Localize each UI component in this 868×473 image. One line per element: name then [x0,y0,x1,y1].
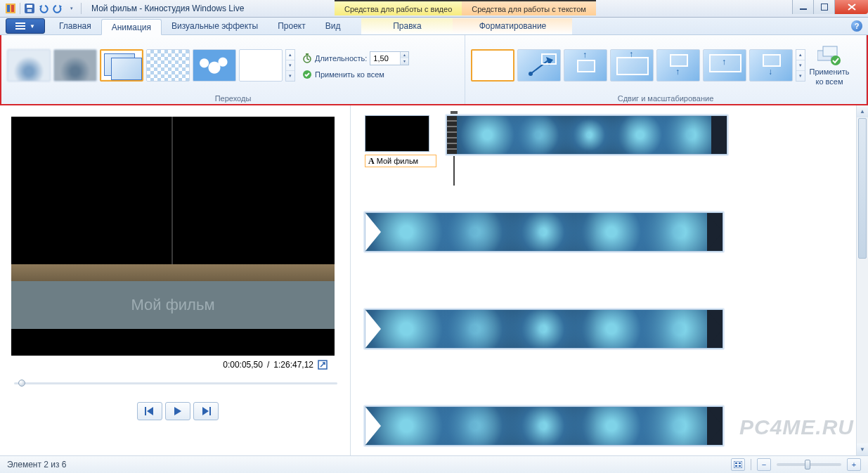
timeline-pane: AМой фильм ▲▼ [350,105,868,455]
apply-all-panzoom-l2: ко всем [815,77,843,86]
playback-controls [11,402,344,420]
quick-access-toolbar: ▾ [0,2,87,15]
vertical-scrollbar[interactable]: ▲▼ [856,105,868,455]
svg-rect-20 [735,462,737,464]
panzoom-thumb-none[interactable] [471,49,514,82]
panzoom-thumb-7[interactable]: ↓ [749,49,793,82]
tab-home[interactable]: Главная [49,18,101,34]
panzoom-thumb-5[interactable]: ↑ [656,49,700,82]
clip-title-black[interactable] [365,115,429,152]
svg-rect-2 [11,5,14,12]
context-tab-text[interactable]: Средства для работы с текстом [462,0,596,15]
app-icon [4,2,17,15]
clip-row-4[interactable] [365,406,723,446]
svg-rect-18 [209,407,211,415]
undo-icon[interactable] [37,2,50,15]
svg-point-15 [831,56,841,65]
current-time: 0:00:05,50 [223,360,263,370]
panzoom-thumb-3[interactable]: ↑ [564,49,607,82]
tab-visual-effects[interactable]: Визуальные эффекты [162,18,268,34]
apply-all-panzoom-l1: Применить [810,67,850,76]
context-tab-video[interactable]: Средства для работы с видео [335,0,462,15]
play-button[interactable] [165,402,190,420]
tab-format[interactable]: Форматирование [453,18,572,34]
apply-all-panzoom-button[interactable]: Применить ко всем [810,45,849,86]
zoom-in-button[interactable]: + [847,458,861,471]
timeline-content[interactable]: AМой фильм [365,115,854,446]
tab-edit[interactable]: Правка [361,18,453,34]
svg-rect-5 [27,9,32,12]
apply-all-label: Применить ко всем [315,70,384,79]
svg-rect-6 [800,8,807,10]
group-transitions-label: Переходы [7,93,459,103]
svg-rect-1 [7,5,10,12]
panzoom-gallery-more[interactable]: ▴▾▾ [796,49,805,82]
group-panzoom: ↑ ↑ ↑ ↑ ↓ ▴▾▾ Применить ко всем Сдвиг и … [465,35,867,104]
zoom-slider[interactable] [777,463,841,466]
clip-row-1[interactable] [446,115,727,155]
close-button[interactable] [834,0,868,14]
svg-rect-21 [739,462,741,464]
ribbon-tabstrip: ▼ Главная Анимация Визуальные эффекты Пр… [0,18,868,35]
duration-spinner[interactable]: ▴▾ [400,52,408,65]
apply-all-icon [302,70,312,79]
file-menu-button[interactable]: ▼ [6,18,45,34]
svg-rect-19 [734,461,742,468]
clip-row-3[interactable] [365,309,723,349]
transition-options: Длительность: ▴▾ Применить ко всем [299,51,409,79]
text-caption-label: Мой фильм [377,157,419,165]
window-controls [792,0,868,14]
titlebar: ▾ Мой фильм - Киностудия Windows Live Ср… [0,0,868,18]
panzoom-gallery: ↑ ↑ ↑ ↑ ↓ ▴▾▾ [471,49,805,82]
total-time: 1:26:47,12 [273,360,313,370]
preview-pane: Мой фильм 0:00:05,50/ 1:26:47,12 [0,105,350,455]
view-thumbnails-icon[interactable] [731,458,745,471]
group-transitions: ▴▾▾ Длительность: ▴▾ Применить ко всем П… [1,35,465,104]
transition-thumb-6[interactable] [239,49,283,82]
gallery-more-button[interactable]: ▴▾▾ [285,49,295,82]
seek-bar[interactable] [14,380,337,387]
svg-rect-22 [735,465,737,467]
svg-rect-23 [739,465,741,467]
apply-all-transitions[interactable]: Применить ко всем [302,70,409,79]
transition-thumb-3-selected[interactable] [100,49,143,82]
tab-animation[interactable]: Анимация [101,19,162,35]
time-display: 0:00:05,50/ 1:26:47,12 [11,356,344,370]
status-item-count: Элемент 2 из 6 [7,460,67,469]
transition-thumb-1[interactable] [7,49,51,82]
save-icon[interactable] [23,2,36,15]
watermark: PC4ME.RU [739,415,854,439]
preview-title-overlay: Мой фильм [131,296,214,314]
text-caption-chip[interactable]: AМой фильм [365,155,436,167]
tab-view[interactable]: Вид [316,18,351,34]
qat-dropdown-icon[interactable]: ▾ [65,2,78,15]
minimize-button[interactable] [792,0,813,14]
apply-all-panzoom-icon [817,45,841,66]
clip-row-2[interactable] [365,212,723,252]
redo-icon[interactable] [51,2,64,15]
svg-rect-17 [145,407,146,415]
preview-monitor: Мой фильм [11,117,335,356]
next-frame-button[interactable] [193,402,219,420]
statusbar: Элемент 2 из 6 − + [0,455,868,473]
transition-thumb-4[interactable] [146,49,190,82]
maximize-button[interactable] [813,0,834,14]
panzoom-thumb-4[interactable]: ↑ [610,49,654,82]
svg-rect-9 [306,53,309,55]
svg-rect-7 [821,4,828,11]
duration-label: Длительность: [315,54,367,63]
duration-icon [302,53,312,63]
panzoom-thumb-6[interactable]: ↑ [703,49,746,82]
transition-thumb-5[interactable] [193,49,236,82]
svg-rect-14 [823,46,837,56]
panzoom-thumb-auto[interactable] [517,49,561,82]
ribbon-panel: ▴▾▾ Длительность: ▴▾ Применить ко всем П… [0,35,868,105]
fullscreen-icon[interactable] [318,360,328,370]
tab-project[interactable]: Проект [268,18,316,34]
help-icon[interactable]: ? [851,20,862,32]
main-area: Мой фильм 0:00:05,50/ 1:26:47,12 AМой фи… [0,105,868,455]
zoom-out-button[interactable]: − [757,458,771,471]
transition-thumb-2[interactable] [53,49,97,82]
prev-frame-button[interactable] [137,402,162,420]
svg-point-11 [529,72,533,76]
